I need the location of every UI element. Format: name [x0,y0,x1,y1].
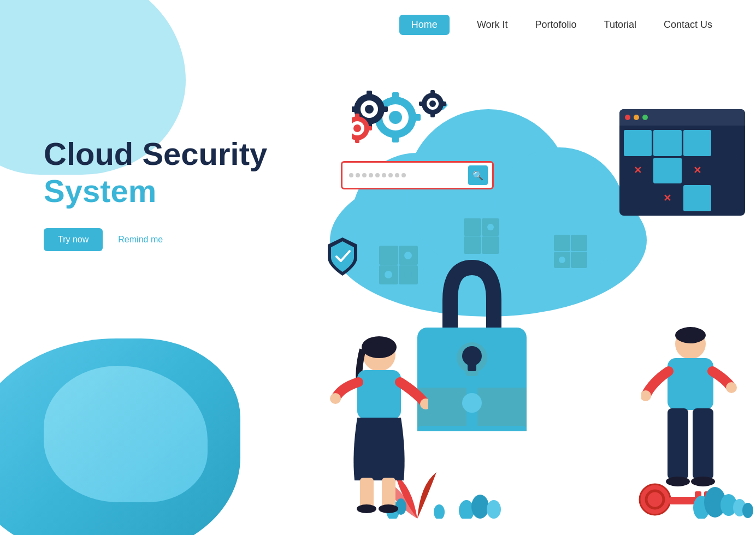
hero-buttons: Try now Remind me [44,228,267,251]
svg-point-20 [559,257,565,263]
try-now-button[interactable]: Try now [44,228,103,251]
nav-item-tutorial[interactable]: Tutorial [604,19,636,31]
hero-title-line1: Cloud Security [44,136,267,171]
svg-rect-25 [392,135,399,142]
hero-text: Cloud Security System Try now Remind me [44,136,267,251]
search-dot [388,173,393,177]
svg-rect-65 [382,478,395,508]
svg-rect-41 [441,102,446,106]
svg-rect-17 [571,235,587,251]
svg-point-89 [742,503,753,518]
grid-cell [713,130,741,156]
svg-point-54 [462,393,482,413]
female-figure [330,328,428,513]
svg-rect-16 [554,235,570,251]
hero-title-line2: System [44,174,267,209]
svg-rect-35 [352,106,357,112]
win-dot-green [642,115,648,120]
grid-cell-x: ✕ [624,158,652,184]
svg-rect-58 [468,356,476,371]
svg-rect-24 [392,92,399,100]
grid-cell-x: ✕ [683,158,711,184]
svg-point-76 [691,477,715,486]
gears-icon [352,76,461,158]
window-widget: ✕ ✕ ✕ [619,109,745,216]
svg-rect-26 [413,114,421,121]
main-nav: Home Work It Portofolio Tutorial Contact… [399,15,712,35]
svg-point-67 [379,504,398,513]
svg-point-92 [487,500,501,519]
svg-point-91 [471,495,489,519]
grid-cell [713,158,741,184]
window-grid: ✕ ✕ ✕ [619,126,745,216]
window-titlebar [619,109,745,126]
svg-rect-34 [382,106,388,112]
win-dot-red [625,115,630,120]
nav-item-portofolio[interactable]: Portofolio [535,19,577,31]
svg-point-45 [353,124,361,132]
svg-rect-47 [355,138,359,143]
svg-point-69 [675,327,706,343]
plants-center [456,475,510,519]
svg-rect-74 [693,408,713,479]
search-dot [349,173,353,177]
grid-cell [683,185,711,211]
svg-rect-32 [367,91,372,97]
svg-rect-42 [419,102,424,106]
search-dots [347,173,468,177]
grid-cell [683,130,711,156]
search-bar[interactable]: 🔍 [341,161,494,189]
header: Home Work It Portofolio Tutorial Contact… [0,0,756,49]
search-dot [362,173,367,177]
svg-point-60 [362,336,397,358]
search-dot [369,173,373,177]
svg-rect-4 [379,246,398,265]
svg-rect-11 [464,218,481,236]
svg-point-8 [404,252,412,259]
grid-cell [624,130,652,156]
svg-rect-46 [355,114,359,119]
grid-cell [624,185,652,211]
svg-point-10 [404,271,412,278]
grid-cell [653,130,681,156]
main-illustration: 🔍 ✕ ✕ ✕ [286,44,756,535]
svg-point-79 [434,504,445,519]
search-icon[interactable]: 🔍 [468,165,488,185]
shield-icon [323,235,362,278]
svg-point-75 [666,477,690,486]
svg-rect-39 [430,90,435,95]
svg-rect-19 [571,252,587,268]
win-dot-yellow [634,115,639,120]
padlock-icon [412,257,532,442]
svg-point-62 [330,393,341,404]
nav-item-home[interactable]: Home [399,15,450,35]
remind-me-button[interactable]: Remind me [118,235,163,245]
grid-cell [713,185,741,211]
svg-rect-73 [668,408,688,479]
search-dot [395,173,399,177]
search-dot [382,173,386,177]
svg-point-66 [357,504,376,513]
search-dot [401,173,406,177]
svg-point-23 [389,111,402,124]
svg-rect-61 [357,370,401,419]
search-dot [356,173,360,177]
svg-rect-70 [668,358,713,410]
svg-point-31 [365,105,374,114]
grid-cell-x: ✕ [653,185,681,211]
svg-rect-64 [360,478,374,508]
svg-rect-48 [367,126,372,130]
nav-item-workit[interactable]: Work It [477,19,508,31]
svg-point-15 [487,224,494,230]
svg-rect-52 [477,388,527,431]
svg-rect-13 [464,236,481,254]
svg-point-72 [726,382,737,393]
svg-rect-14 [482,236,499,254]
svg-point-9 [385,271,392,278]
search-dot [375,173,380,177]
nav-item-contactus[interactable]: Contact Us [664,19,712,31]
male-figure [641,317,740,513]
grid-cell [653,158,681,184]
svg-rect-53 [417,426,527,431]
svg-rect-40 [430,112,435,117]
